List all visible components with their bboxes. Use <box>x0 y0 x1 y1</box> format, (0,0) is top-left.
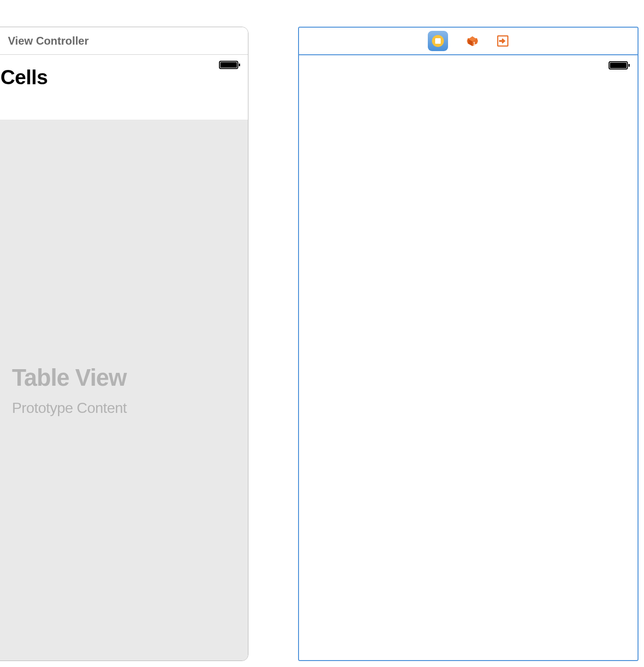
svg-rect-4 <box>435 38 441 44</box>
view-controller-dock-icon[interactable] <box>428 31 448 51</box>
scene-title: View Controller <box>8 35 89 47</box>
table-view[interactable]: Table View Prototype Content <box>0 120 248 661</box>
battery-icon <box>219 60 241 70</box>
view-content[interactable] <box>299 55 638 660</box>
table-view-placeholder: Table View Prototype Content <box>12 364 126 417</box>
svg-rect-2 <box>239 64 240 66</box>
scene-title-bar: View Controller <box>0 27 248 55</box>
scene-selected-view-controller[interactable]: 1 <box>298 27 638 661</box>
svg-rect-1 <box>220 62 237 68</box>
scene-dock: 1 <box>299 28 638 55</box>
navigation-bar[interactable]: Cells <box>0 55 248 120</box>
scene-view-controller[interactable]: View Controller Cells Table View Prototy… <box>0 27 248 661</box>
svg-rect-12 <box>610 63 627 68</box>
prototype-content-label: Prototype Content <box>12 400 126 417</box>
first-responder-dock-icon[interactable]: 1 <box>466 34 479 48</box>
nav-large-title: Cells <box>0 66 48 89</box>
battery-icon <box>609 61 631 70</box>
table-view-label: Table View <box>12 364 126 391</box>
svg-text:1: 1 <box>473 41 475 46</box>
svg-rect-13 <box>628 64 630 67</box>
exit-dock-icon[interactable] <box>497 35 509 47</box>
